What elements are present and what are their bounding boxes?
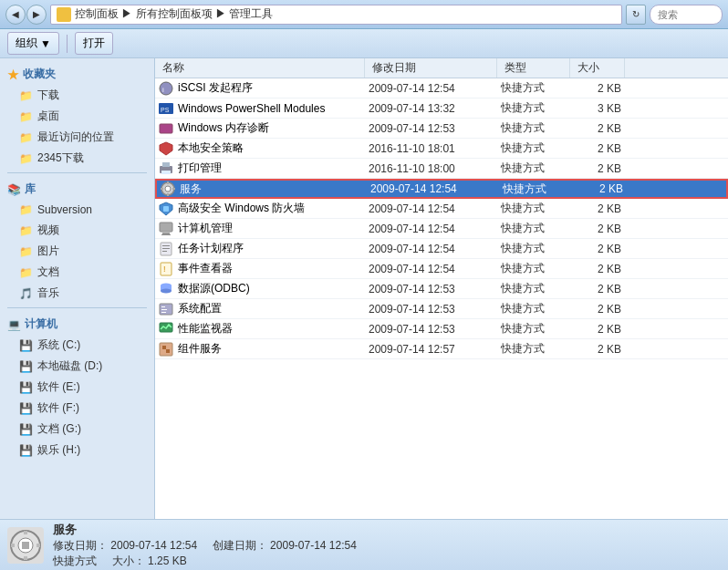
- folder-icon: [57, 7, 71, 22]
- file-size: 2 KB: [570, 283, 625, 295]
- file-name: 性能监视器: [155, 321, 365, 337]
- col-header-name[interactable]: 名称: [155, 58, 365, 78]
- svg-rect-12: [167, 193, 169, 196]
- organize-button[interactable]: 组织 ▼: [7, 32, 59, 55]
- sidebar: ★ 收藏夹 📁 下载 📁 桌面 📁 最近访问的位置 📁 2345下载 📚 库 📁…: [0, 58, 155, 519]
- file-size: 2 KB: [570, 223, 625, 235]
- col-header-size[interactable]: 大小: [570, 58, 625, 78]
- drive-icon: 💾: [18, 338, 33, 353]
- address-bar[interactable]: 控制面板 ▶ 所有控制面板项 ▶ 管理工具: [50, 5, 622, 25]
- svg-rect-39: [22, 542, 29, 549]
- drive-icon: 💾: [18, 401, 33, 416]
- file-date: 2009-07-14 13:32: [365, 102, 497, 115]
- library-icon: 📚: [7, 183, 21, 196]
- svg-rect-21: [162, 245, 170, 246]
- sidebar-item-doc[interactable]: 📁 文档: [0, 262, 154, 283]
- file-type-icon: PS: [159, 101, 173, 116]
- table-row[interactable]: PS Windows PowerShell Modules 2009-07-14…: [155, 98, 728, 119]
- svg-point-28: [161, 288, 172, 293]
- drive-icon: 💾: [18, 443, 33, 458]
- sidebar-item-download[interactable]: 📁 下载: [0, 85, 154, 106]
- table-row[interactable]: 性能监视器 2009-07-14 12:53 快捷方式 2 KB: [155, 319, 728, 339]
- star-icon: ★: [7, 67, 19, 82]
- file-name: 数据源(ODBC): [155, 281, 365, 296]
- drive-icon: 💾: [18, 422, 33, 437]
- table-row[interactable]: 打印管理 2016-11-10 18:00 快捷方式 2 KB: [155, 159, 728, 179]
- sidebar-item-label: 文档: [37, 264, 59, 280]
- col-header-type[interactable]: 类型: [497, 58, 570, 78]
- file-name: 组件服务: [155, 341, 365, 357]
- sidebar-item-label: 软件 (F:): [37, 400, 79, 416]
- svg-rect-31: [161, 309, 167, 310]
- file-date: 2009-07-14 12:57: [365, 343, 497, 356]
- refresh-button[interactable]: ↻: [626, 5, 646, 25]
- svg-rect-40: [24, 531, 27, 534]
- file-size: 2 KB: [570, 162, 625, 175]
- svg-rect-24: [161, 263, 172, 275]
- svg-rect-35: [162, 346, 166, 349]
- file-list: i iSCSI 发起程序 2009-07-14 12:54 快捷方式 2 KB …: [155, 78, 728, 359]
- table-row[interactable]: i iSCSI 发起程序 2009-07-14 12:54 快捷方式 2 KB: [155, 78, 728, 98]
- sidebar-item-image[interactable]: 📁 图片: [0, 241, 154, 262]
- sidebar-item-label: 软件 (E:): [37, 379, 80, 395]
- file-type-icon: [161, 181, 175, 196]
- search-input[interactable]: [650, 5, 723, 25]
- file-date: 2009-07-14 12:54: [367, 182, 499, 195]
- folder-icon: 📁: [18, 130, 33, 145]
- sidebar-item-drive-c[interactable]: 💾 系统 (C:): [0, 335, 154, 356]
- back-icon: ◀: [12, 9, 19, 19]
- folder-icon: 📁: [18, 265, 33, 280]
- svg-rect-18: [162, 233, 170, 234]
- svg-rect-16: [163, 206, 169, 212]
- table-row[interactable]: 系统配置 2009-07-14 12:53 快捷方式 2 KB: [155, 299, 728, 319]
- sidebar-item-drive-g[interactable]: 💾 文档 (G:): [0, 419, 154, 440]
- table-row[interactable]: 高级安全 Windows 防火墙 2009-07-14 12:54 快捷方式 2…: [155, 199, 728, 219]
- back-button[interactable]: ◀: [5, 5, 26, 25]
- table-row[interactable]: 本地安全策略 2016-11-10 18:01 快捷方式 2 KB: [155, 139, 728, 159]
- file-type-icon: [159, 342, 173, 357]
- file-size: 2 KB: [570, 243, 625, 255]
- breadcrumb: 控制面板 ▶ 所有控制面板项 ▶ 管理工具: [75, 6, 273, 22]
- table-row[interactable]: 服务 2009-07-14 12:54 快捷方式 2 KB: [155, 179, 728, 199]
- svg-rect-22: [162, 248, 170, 249]
- status-file-icon: [7, 527, 44, 564]
- col-header-date[interactable]: 修改日期: [365, 58, 497, 78]
- sidebar-item-label: 图片: [37, 244, 59, 259]
- status-size-value: 1.25 KB: [148, 554, 187, 567]
- sidebar-item-drive-f[interactable]: 💾 软件 (F:): [0, 398, 154, 419]
- sidebar-item-drive-h[interactable]: 💾 娱乐 (H:): [0, 440, 154, 461]
- status-create-label: 创建日期：: [213, 539, 267, 552]
- file-size: 2 KB: [570, 82, 625, 95]
- file-date: 2009-07-14 12:53: [365, 122, 497, 135]
- sidebar-item-video[interactable]: 📁 视频: [0, 220, 154, 241]
- sidebar-item-label: 最近访问的位置: [37, 130, 114, 145]
- file-date: 2016-11-10 18:00: [365, 162, 497, 175]
- file-date: 2009-07-14 12:53: [365, 283, 497, 295]
- sidebar-item-recent[interactable]: 📁 最近访问的位置: [0, 127, 154, 148]
- table-row[interactable]: ! 事件查看器 2009-07-14 12:54 快捷方式 2 KB: [155, 259, 728, 279]
- status-type: 快捷方式: [53, 554, 97, 567]
- open-button[interactable]: 打开: [75, 32, 113, 55]
- status-file-name: 服务: [53, 522, 721, 538]
- sidebar-item-drive-e[interactable]: 💾 软件 (E:): [0, 377, 154, 398]
- sidebar-item-subversion[interactable]: 📁 Subversion: [0, 200, 154, 220]
- sidebar-item-label: 视频: [37, 223, 59, 238]
- file-size: 2 KB: [570, 343, 625, 356]
- table-row[interactable]: 数据源(ODBC) 2009-07-14 12:53 快捷方式 2 KB: [155, 279, 728, 299]
- forward-button[interactable]: ▶: [26, 5, 47, 25]
- table-row[interactable]: 计算机管理 2009-07-14 12:54 快捷方式 2 KB: [155, 219, 728, 239]
- computer-section: 💻 计算机: [0, 312, 154, 335]
- svg-text:!: !: [163, 264, 166, 274]
- table-row[interactable]: 任务计划程序 2009-07-14 12:54 快捷方式 2 KB: [155, 239, 728, 259]
- sidebar-item-2345[interactable]: 📁 2345下载: [0, 148, 154, 169]
- organize-dropdown-icon: ▼: [40, 37, 51, 50]
- sidebar-item-music[interactable]: 🎵 音乐: [0, 283, 154, 304]
- file-type: 快捷方式: [497, 281, 570, 296]
- file-type: 快捷方式: [497, 80, 570, 96]
- table-row[interactable]: 组件服务 2009-07-14 12:57 快捷方式 2 KB: [155, 339, 728, 359]
- sidebar-item-drive-d[interactable]: 💾 本地磁盘 (D:): [0, 356, 154, 377]
- file-type-icon: [159, 121, 173, 136]
- table-row[interactable]: Windows 内存诊断 2009-07-14 12:53 快捷方式 2 KB: [155, 119, 728, 139]
- sidebar-item-label: Subversion: [37, 203, 92, 216]
- sidebar-item-desktop[interactable]: 📁 桌面: [0, 106, 154, 127]
